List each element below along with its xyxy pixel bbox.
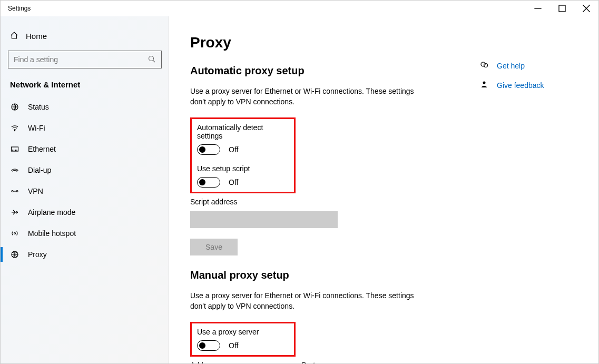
svg-rect-1 bbox=[559, 5, 565, 12]
script-address-label: Script address bbox=[190, 198, 438, 206]
script-address-input[interactable] bbox=[190, 211, 338, 228]
ethernet-icon bbox=[10, 145, 19, 153]
save-button[interactable]: Save bbox=[190, 239, 238, 255]
get-help-text: Get help bbox=[497, 62, 525, 70]
auto-detect-toggle[interactable] bbox=[197, 144, 220, 155]
svg-line-5 bbox=[153, 60, 155, 62]
sidebar: Home Network & Internet Status Wi-Fi Eth… bbox=[1, 16, 169, 363]
close-button[interactable] bbox=[574, 1, 598, 16]
give-feedback-text: Give feedback bbox=[497, 81, 544, 90]
feedback-icon bbox=[480, 80, 489, 90]
status-icon bbox=[10, 103, 19, 111]
sidebar-item-label: Mobile hotspot bbox=[28, 229, 76, 238]
sidebar-item-wifi[interactable]: Wi-Fi bbox=[1, 117, 169, 139]
content-area: Proxy Automatic proxy setup Use a proxy … bbox=[169, 16, 598, 363]
home-nav[interactable]: Home bbox=[1, 27, 169, 48]
minimize-button[interactable] bbox=[526, 1, 550, 16]
get-help-link[interactable]: Get help bbox=[480, 61, 544, 71]
sidebar-item-label: Airplane mode bbox=[28, 208, 75, 217]
sidebar-item-label: VPN bbox=[28, 187, 43, 195]
help-column: Get help Give feedback bbox=[480, 34, 544, 363]
address-label: Address bbox=[190, 361, 217, 363]
svg-point-4 bbox=[149, 56, 154, 61]
sidebar-item-proxy[interactable]: Proxy bbox=[1, 244, 169, 265]
give-feedback-link[interactable]: Give feedback bbox=[480, 80, 544, 90]
sidebar-item-label: Status bbox=[28, 103, 49, 111]
vpn-icon bbox=[10, 187, 19, 195]
auto-heading: Automatic proxy setup bbox=[190, 65, 438, 77]
auto-detect-label: Automatically detect settings bbox=[197, 123, 289, 140]
highlight-manual-use-proxy: Use a proxy server Off bbox=[190, 322, 296, 357]
highlight-auto-settings: Automatically detect settings Off Use se… bbox=[190, 117, 296, 193]
sidebar-item-label: Wi-Fi bbox=[28, 124, 45, 132]
use-proxy-label: Use a proxy server bbox=[197, 328, 289, 336]
svg-point-16 bbox=[14, 233, 16, 234]
svg-point-7 bbox=[14, 130, 15, 131]
search-box[interactable] bbox=[8, 51, 162, 68]
category-title: Network & Internet bbox=[1, 80, 169, 96]
home-icon bbox=[10, 31, 18, 41]
sidebar-item-hotspot[interactable]: Mobile hotspot bbox=[1, 223, 169, 244]
svg-point-13 bbox=[12, 191, 13, 192]
proxy-icon bbox=[10, 250, 19, 259]
svg-point-20 bbox=[483, 82, 486, 84]
sidebar-item-vpn[interactable]: VPN bbox=[1, 181, 169, 202]
airplane-icon bbox=[10, 208, 19, 217]
window-title: Settings bbox=[8, 5, 31, 12]
use-proxy-toggle[interactable] bbox=[197, 340, 220, 351]
sidebar-item-label: Dial-up bbox=[28, 166, 51, 174]
sidebar-item-dialup[interactable]: Dial-up bbox=[1, 160, 169, 181]
auto-description: Use a proxy server for Ethernet or Wi-Fi… bbox=[190, 86, 417, 107]
svg-point-14 bbox=[16, 191, 18, 192]
sidebar-item-ethernet[interactable]: Ethernet bbox=[1, 139, 169, 160]
sidebar-item-status[interactable]: Status bbox=[1, 96, 169, 117]
dialup-icon bbox=[10, 166, 19, 174]
manual-description: Use a proxy server for Ethernet or Wi-Fi… bbox=[190, 291, 417, 311]
sidebar-item-label: Ethernet bbox=[28, 145, 56, 153]
settings-window: Settings Home Network & Internet bbox=[0, 0, 599, 364]
auto-detect-state: Off bbox=[229, 145, 238, 154]
maximize-button[interactable] bbox=[550, 1, 574, 16]
home-label: Home bbox=[26, 32, 47, 41]
help-icon bbox=[480, 61, 489, 71]
setup-script-state: Off bbox=[229, 178, 238, 186]
hotspot-icon bbox=[10, 229, 19, 238]
search-icon bbox=[148, 55, 156, 65]
port-label: Port bbox=[301, 361, 315, 363]
page-title: Proxy bbox=[190, 34, 438, 51]
search-input[interactable] bbox=[14, 55, 148, 64]
setup-script-label: Use setup script bbox=[197, 164, 289, 173]
wifi-icon bbox=[10, 124, 19, 132]
titlebar: Settings bbox=[1, 1, 598, 16]
use-proxy-state: Off bbox=[229, 341, 238, 350]
sidebar-item-label: Proxy bbox=[28, 250, 47, 259]
svg-point-19 bbox=[484, 64, 488, 67]
manual-heading: Manual proxy setup bbox=[190, 269, 438, 281]
setup-script-toggle[interactable] bbox=[197, 177, 220, 188]
sidebar-item-airplane[interactable]: Airplane mode bbox=[1, 202, 169, 223]
